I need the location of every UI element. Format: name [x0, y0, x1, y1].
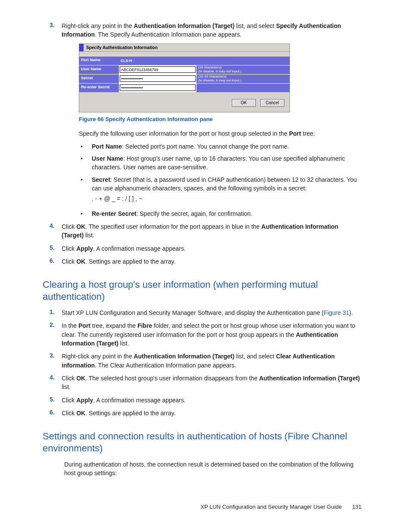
- text-bold: OK: [76, 375, 85, 382]
- label-port-name: Port Name: [79, 56, 119, 65]
- bullet-portname: Port Name: Selected port's port name. Yo…: [92, 142, 361, 151]
- bullet-reenter: Re-enter Secret: Specify the secret, aga…: [92, 209, 361, 218]
- text-bold: Apply: [76, 397, 93, 404]
- text: . The selected host group's user informa…: [85, 375, 259, 382]
- pane-title: Specify Authentication Information: [84, 44, 290, 51]
- text-bold: Authentication Information (Target): [134, 22, 234, 29]
- text: list.: [84, 232, 94, 239]
- text: Right-click any point in the: [62, 22, 134, 29]
- step-number: 1.: [50, 308, 62, 315]
- settings-intro: During authentication of hosts, the conn…: [64, 460, 361, 478]
- text: : Host group's user name, up to 16 chara…: [92, 155, 345, 171]
- text: . The Specify Authentication Information…: [95, 31, 242, 38]
- text-bold: User Name: [92, 155, 123, 162]
- heading-clearing: Clearing a host group's user information…: [43, 279, 368, 302]
- text: Click: [62, 410, 76, 417]
- hint-reenter: [196, 84, 290, 92]
- text: Click: [62, 397, 76, 404]
- step-number: 5.: [50, 396, 62, 403]
- step-text: Click Apply. A confirmation message appe…: [62, 396, 361, 404]
- text: tree:: [301, 130, 315, 137]
- text: list.: [62, 383, 71, 390]
- pane-accent: [79, 44, 84, 51]
- text: : Secret (that is, a password used in CH…: [92, 176, 357, 192]
- text-bold: Authentication Information (Target): [259, 375, 360, 382]
- step-number: 3.: [50, 22, 62, 28]
- step-number: 6.: [50, 257, 62, 264]
- step-text: In the Port tree, expand the Fibre folde…: [62, 321, 361, 348]
- bullet-username: User Name: Host group's user name, up to…: [92, 154, 361, 172]
- step-text: Click OK. The selected host group's user…: [62, 374, 361, 392]
- text: list, and select: [234, 22, 276, 29]
- step-text: Start XP LUN Configuration and Security …: [62, 308, 361, 317]
- step-text: Click OK. The specified user information…: [62, 222, 361, 240]
- text: Right-click any point in the: [62, 353, 134, 360]
- bullet-secret: Secret: Secret (that is, a password used…: [92, 175, 361, 206]
- text: . The specified user information for the…: [85, 223, 261, 230]
- text: list, and select: [234, 353, 276, 360]
- ok-button[interactable]: OK: [232, 99, 256, 107]
- text: . Settings are applied to the array.: [85, 410, 175, 417]
- text: Click: [62, 258, 76, 265]
- step-text: Click OK. Settings are applied to the ar…: [62, 409, 361, 417]
- text: . A confirmation message appears.: [93, 245, 186, 252]
- text: : Specify the secret, again, for confirm…: [137, 210, 252, 217]
- field-secret: [119, 75, 196, 83]
- input-secret[interactable]: [120, 75, 196, 82]
- spec-intro: Specify the following user information f…: [79, 129, 361, 138]
- text: Click: [62, 223, 76, 230]
- heading-settings: Settings and connection results in authe…: [43, 430, 361, 454]
- step-text: Click Apply. A confirmation message appe…: [62, 244, 361, 253]
- hint-line: (In disable, it may not input.): [198, 79, 288, 83]
- text-bold: Fibre: [137, 322, 152, 329]
- hint-line: (In disable, it may not input.): [198, 70, 288, 74]
- step-number: 3.: [50, 352, 62, 359]
- step-number: 2.: [50, 321, 62, 328]
- secret-symbols: . - + @ _ = : / [ ] , ~: [92, 194, 361, 203]
- auth-info-pane: Specify Authentication Information Port …: [79, 44, 290, 112]
- label-reenter-secret: Re-enter Secret: [79, 84, 119, 92]
- text: tree, expand the: [90, 322, 137, 329]
- text-bold: Port Name: [92, 143, 122, 150]
- step-number: 4.: [50, 222, 62, 229]
- text-bold: OK: [76, 258, 85, 265]
- step-text: Right-click any point in the Authenticat…: [62, 22, 361, 39]
- text-bold: OK: [76, 410, 85, 417]
- bullet-icon: •: [79, 209, 92, 218]
- hint-secret: (12-32 characters) (In disable, it may n…: [196, 75, 290, 83]
- text-bold: Port: [289, 130, 301, 137]
- text-bold: Secret: [92, 176, 110, 183]
- text: ).: [349, 309, 353, 316]
- figure-link[interactable]: Figure 31: [324, 309, 349, 316]
- step-number: 6.: [50, 409, 62, 416]
- text: Start XP LUN Configuration and Security …: [62, 309, 324, 316]
- input-user-name[interactable]: [120, 66, 196, 73]
- text: : Selected port's port name. You cannot …: [122, 143, 289, 150]
- text: Click: [62, 245, 76, 252]
- figure-caption: Figure 66 Specify Authentication Informa…: [79, 116, 361, 122]
- step-text: Right-click any point in the Authenticat…: [62, 352, 361, 370]
- field-user-name: [119, 65, 196, 74]
- text: . The Clear Authentication Information p…: [95, 362, 236, 369]
- field-reenter-secret: [119, 84, 196, 92]
- label-secret: Secret: [79, 75, 119, 83]
- text-bold: Apply: [76, 245, 93, 252]
- bullet-icon: •: [79, 175, 92, 184]
- label-user-name: User Name: [79, 65, 119, 74]
- value-port-name: CL5-H: [119, 56, 290, 65]
- text-bold: OK: [76, 223, 85, 230]
- step-number: 4.: [50, 374, 62, 381]
- text-bold: Authentication Information (Target): [134, 353, 234, 360]
- step-number: 5.: [50, 244, 62, 251]
- text: . Settings are applied to the array.: [85, 258, 175, 265]
- text: In the: [62, 322, 78, 329]
- text-bold: Re-enter Secret: [92, 210, 137, 217]
- text-bold: Port: [78, 322, 90, 329]
- text: Click: [62, 375, 76, 382]
- page-number: 131: [352, 504, 361, 510]
- bullet-icon: •: [79, 154, 92, 163]
- input-reenter-secret[interactable]: [120, 84, 196, 91]
- cancel-button[interactable]: Cancel: [260, 99, 284, 107]
- text: Specify the following user information f…: [79, 130, 289, 137]
- step-text: Click OK. Settings are applied to the ar…: [62, 257, 361, 266]
